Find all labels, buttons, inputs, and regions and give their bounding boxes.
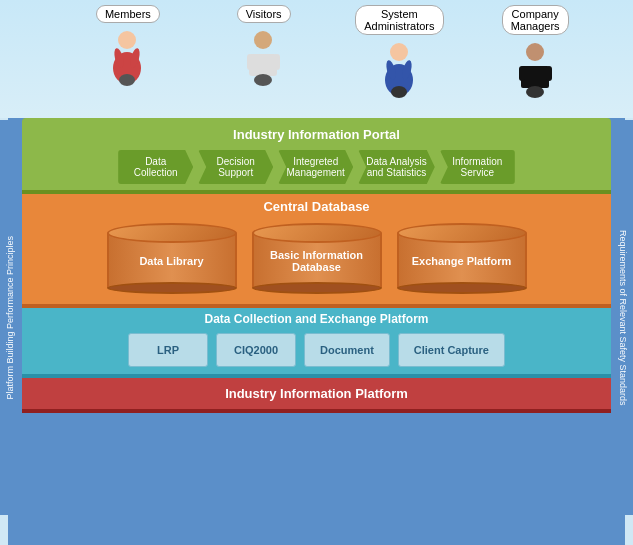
sys-admin-icon [374,39,424,99]
platform-area: Industry Information Portal DataCollecti… [22,118,611,545]
svg-rect-17 [519,66,525,81]
svg-point-19 [526,86,544,98]
layer-central: Central Database Data Library Basic Info… [22,194,611,308]
layer-exchange: Data Collection and Exchange Platform LR… [22,308,611,378]
svg-point-15 [526,43,544,61]
visitors-label: Visitors [237,5,291,23]
exchange-document: Document [304,333,390,367]
svg-point-5 [254,31,272,49]
layer-platform: Industry Information Platform [22,378,611,413]
sys-admin-label: SystemAdministrators [355,5,443,35]
module-integrated-mgmt: IntegretedManagement [278,150,353,184]
svg-rect-7 [247,54,253,70]
portal-modules: DataCollection DecisionSupport Integrete… [32,150,601,184]
cylinder-exchange-platform: Exchange Platform [397,223,527,294]
module-data-collection: DataCollection [118,150,193,184]
side-label-right: Requirements of Relevant Safety Standard… [613,120,633,515]
users-row: Members Visitors [60,0,603,110]
exchange-platform-title: Data Collection and Exchange Platform [32,312,601,326]
svg-rect-16 [521,66,549,88]
central-databases: Data Library Basic InformationDatabase E… [32,218,601,299]
members-icon [103,27,153,87]
cylinder-basic-info-db: Basic InformationDatabase [252,223,382,294]
central-db-title: Central Database [32,199,601,214]
svg-rect-8 [274,54,280,70]
exchange-client-capture: Client Capture [398,333,505,367]
exchange-ciq2000: CIQ2000 [216,333,296,367]
user-visitors: Visitors [219,5,309,87]
exchange-items: LRP CIQ2000 Document Client Capture [32,330,601,370]
user-members: Members [83,5,173,87]
industry-platform-title: Industry Information Platform [225,386,408,401]
exchange-lrp: LRP [128,333,208,367]
user-sys-admin: SystemAdministrators [354,5,444,99]
layer-portal: Industry Information Portal DataCollecti… [22,118,611,194]
module-info-service: InformationService [440,150,515,184]
cylinder-data-library: Data Library [107,223,237,294]
side-label-left: Platform Building Performance Principles [0,120,20,515]
svg-point-10 [390,43,408,61]
svg-point-0 [118,31,136,49]
svg-rect-18 [546,66,552,81]
user-company-mgr: CompanyManagers [490,5,580,99]
svg-point-9 [254,74,272,86]
company-mgr-icon [510,39,560,99]
svg-point-14 [391,86,407,98]
svg-rect-6 [249,54,277,76]
main-wrapper: Members Visitors [0,0,633,545]
visitors-icon [239,27,289,87]
module-data-analysis: Data Analysisand Statistics [358,150,435,184]
svg-point-4 [119,74,135,86]
module-decision-support: DecisionSupport [198,150,273,184]
company-mgr-label: CompanyManagers [502,5,569,35]
members-label: Members [96,5,160,23]
portal-title: Industry Information Portal [32,124,601,145]
